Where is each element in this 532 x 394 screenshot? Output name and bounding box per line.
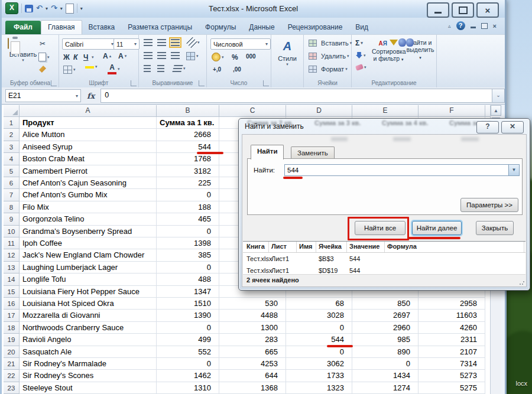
find-what-dropdown-icon[interactable]: ▼ xyxy=(508,165,519,175)
dialog-close-button[interactable]: ✕ xyxy=(501,121,524,133)
results-col-5[interactable]: Формула xyxy=(385,242,524,252)
cell-B21[interactable]: 0 xyxy=(157,358,219,370)
result-row0-col4[interactable]: 544 xyxy=(347,253,360,265)
options-button[interactable]: Параметры >> xyxy=(460,198,518,212)
decrease-decimal-icon[interactable]: ,00 xyxy=(233,66,241,73)
cell-A9[interactable]: Gorgonzola Telino xyxy=(20,213,157,225)
cell-E19[interactable]: 985 xyxy=(352,334,419,346)
row-header-17[interactable]: 17 xyxy=(4,310,20,321)
increase-indent-icon[interactable] xyxy=(157,65,164,72)
clear-icon[interactable]: ▾ xyxy=(356,65,366,70)
cell-B15[interactable]: 1347 xyxy=(157,286,219,298)
cell-A6[interactable]: Chef Anton's Cajun Seasoning xyxy=(20,177,157,189)
cell-E21[interactable]: 0 xyxy=(352,358,419,370)
cell-A13[interactable]: Laughing Lumberjack Lager xyxy=(20,262,157,273)
cell-A2[interactable]: Alice Mutton xyxy=(20,129,157,141)
name-box[interactable]: E21▾ xyxy=(5,89,81,102)
insert-cells-button[interactable]: Вставить▾ xyxy=(309,40,352,47)
row-header-22[interactable]: 22 xyxy=(4,370,20,382)
comma-style-icon[interactable]: 000 xyxy=(246,53,256,60)
cell-B6[interactable]: 225 xyxy=(157,177,219,189)
cell-F20[interactable]: 2107 xyxy=(419,346,485,358)
underline-button[interactable]: Ч xyxy=(83,53,88,61)
cell-A10[interactable]: Grandma's Boysenberry Spread xyxy=(20,226,157,237)
row-header-14[interactable]: 14 xyxy=(4,273,20,285)
cell-A23[interactable]: Steeleye Stout xyxy=(20,382,157,394)
insert-function-icon[interactable]: fx xyxy=(87,92,95,100)
cell-B19[interactable]: 499 xyxy=(157,334,219,346)
cell-F22[interactable]: 5273 xyxy=(419,370,485,382)
cell-E20[interactable]: 890 xyxy=(352,346,419,358)
column-header-B[interactable]: B xyxy=(157,105,219,117)
ribbon-tab-5[interactable]: Данные xyxy=(242,21,281,34)
find-what-input[interactable]: 544 ▼ xyxy=(284,164,520,176)
cell-A14[interactable]: Longlife Tofu xyxy=(20,273,157,285)
align-right-icon[interactable] xyxy=(171,52,180,59)
underline-dropdown-icon[interactable]: ▾ xyxy=(92,55,94,60)
row-header-6[interactable]: 6 xyxy=(4,177,20,189)
row-header-9[interactable]: 9 xyxy=(4,213,20,225)
cell-A4[interactable]: Boston Crab Meat xyxy=(20,153,157,165)
save-icon[interactable] xyxy=(25,5,33,12)
redo-dropdown-icon[interactable]: ▾ xyxy=(60,6,63,11)
row-header-13[interactable]: 13 xyxy=(4,262,20,273)
row-header-10[interactable]: 10 xyxy=(4,226,20,237)
bold-button[interactable]: Ж xyxy=(63,53,70,61)
cell-B12[interactable]: 385 xyxy=(157,249,219,261)
cell-A8[interactable]: Filo Mix xyxy=(20,201,157,213)
cell-D23[interactable]: 1323 xyxy=(286,382,352,394)
clipboard-dialog-launcher[interactable] xyxy=(51,80,57,86)
align-center-icon[interactable] xyxy=(157,52,166,59)
number-format-combo[interactable]: Числовой▾ xyxy=(210,38,271,50)
cell-A12[interactable]: Jack's New England Clam Chowder xyxy=(20,249,157,261)
align-bottom-icon[interactable] xyxy=(171,39,180,46)
wrap-text-icon[interactable]: ▾ xyxy=(173,65,186,72)
align-middle-icon[interactable] xyxy=(157,39,166,46)
ribbon-tab-0[interactable]: Файл xyxy=(5,21,41,34)
cell-E22[interactable]: 1434 xyxy=(352,370,419,382)
results-col-1[interactable]: Лист xyxy=(269,242,297,252)
grow-font-button[interactable]: А▴ xyxy=(103,53,111,59)
font-dialog-launcher[interactable] xyxy=(131,80,137,86)
orientation-icon[interactable]: ▾ xyxy=(187,39,200,46)
cell-B22[interactable]: 1462 xyxy=(157,370,219,382)
row-header-16[interactable]: 16 xyxy=(4,298,20,310)
undo-dropdown-icon[interactable]: ▾ xyxy=(46,6,48,11)
cell-D17[interactable]: 3028 xyxy=(286,310,352,321)
maximize-button[interactable] xyxy=(452,2,474,18)
cell-A16[interactable]: Louisiana Hot Spiced Okra xyxy=(20,298,157,310)
percent-style-icon[interactable]: % xyxy=(232,53,238,61)
select-all-corner[interactable] xyxy=(4,105,20,117)
excel-logo-icon[interactable]: X xyxy=(5,2,18,14)
row-header-20[interactable]: 20 xyxy=(4,346,20,358)
ribbon-tab-3[interactable]: Разметка страницы xyxy=(121,21,199,34)
row-header-15[interactable]: 15 xyxy=(4,286,20,298)
cell-A19[interactable]: Ravioli Angelo xyxy=(20,334,157,346)
ribbon-tab-6[interactable]: Рецензирование xyxy=(281,21,349,34)
shrink-font-button[interactable]: А▾ xyxy=(118,53,126,59)
cell-B8[interactable]: 188 xyxy=(157,201,219,213)
cell-E18[interactable]: 2960 xyxy=(352,322,419,334)
redo-icon[interactable]: ↷ xyxy=(51,3,57,14)
fill-icon[interactable]: ▾ xyxy=(356,52,366,58)
cell-B18[interactable]: 0 xyxy=(157,322,219,334)
cell-F19[interactable]: 2311 xyxy=(419,334,485,346)
cell-F18[interactable]: 4260 xyxy=(419,322,485,334)
cell-A20[interactable]: Sasquatch Ale xyxy=(20,346,157,358)
find-next-button[interactable]: Найти далее xyxy=(412,221,462,235)
row-header-7[interactable]: 7 xyxy=(4,189,20,201)
ribbon-tab-1[interactable]: Главная xyxy=(41,20,82,34)
expand-formula-bar-icon[interactable]: ⌄ xyxy=(492,89,505,103)
row-header-18[interactable]: 18 xyxy=(4,322,20,334)
minimize-button[interactable] xyxy=(427,2,449,18)
close-dialog-button[interactable]: Закрыть xyxy=(476,221,514,235)
styles-button[interactable]: А Стили ▾ xyxy=(271,40,303,67)
cell-B5[interactable]: 3182 xyxy=(157,165,219,177)
cell-B17[interactable]: 1390 xyxy=(157,310,219,321)
cell-B20[interactable]: 552 xyxy=(157,346,219,358)
resize-grip[interactable] xyxy=(519,279,525,285)
cell-A1[interactable]: Продукт xyxy=(20,117,157,129)
cell-A22[interactable]: Sir Rodney's Scones xyxy=(20,370,157,382)
font-color-button[interactable]: А▾ xyxy=(108,63,120,74)
align-top-icon[interactable] xyxy=(144,39,153,46)
